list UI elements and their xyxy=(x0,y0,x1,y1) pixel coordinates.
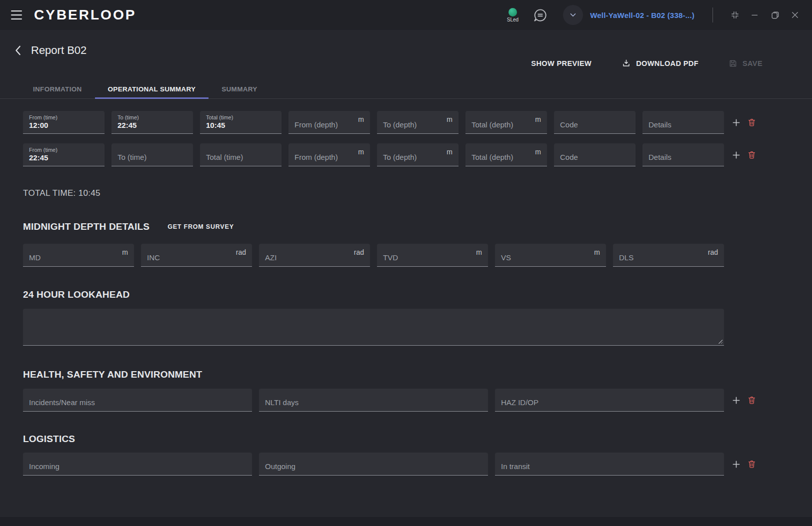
tab-operational-summary[interactable]: OPERATIONAL SUMMARY xyxy=(95,80,209,98)
in-transit-input[interactable]: In transit xyxy=(495,453,724,476)
restore-window-icon[interactable] xyxy=(765,5,785,25)
status-led-label: SLed xyxy=(507,17,518,22)
compress-window-icon[interactable] xyxy=(725,5,745,25)
hse-row: Incidents/Near miss NLTI days HAZ ID/OP xyxy=(23,389,789,412)
get-from-survey-button[interactable]: GET FROM SURVEY xyxy=(168,223,234,230)
azi-input[interactable]: rad AZI xyxy=(259,244,370,267)
chevron-down-icon[interactable] xyxy=(563,5,583,25)
page-title: Report B02 xyxy=(31,44,86,57)
inc-input[interactable]: rad INC xyxy=(141,244,252,267)
incoming-input[interactable]: Incoming xyxy=(23,453,252,476)
add-row-button[interactable] xyxy=(731,395,742,406)
dls-input[interactable]: rad DLS xyxy=(613,244,724,267)
well-selector-label: Well-YaWell-02 - B02 (338-...) xyxy=(590,11,694,19)
close-window-icon[interactable] xyxy=(785,5,805,25)
total-time-input[interactable]: Total (time) xyxy=(200,143,282,166)
show-preview-button[interactable]: SHOW PREVIEW xyxy=(531,59,592,67)
from-depth-input[interactable]: m From (depth) xyxy=(288,143,370,166)
add-row-button[interactable] xyxy=(731,150,742,160)
from-time-input[interactable]: From (time) 12:00 xyxy=(23,111,104,134)
window-bottom-edge xyxy=(0,517,812,526)
delete-row-button[interactable] xyxy=(747,150,756,160)
outgoing-input[interactable]: Outgoing xyxy=(259,453,488,476)
add-row-button[interactable] xyxy=(731,459,742,470)
chat-icon[interactable] xyxy=(532,7,548,23)
hamburger-menu-icon[interactable] xyxy=(11,10,24,19)
lookahead-heading: 24 HOUR LOOKAHEAD xyxy=(23,289,789,300)
total-depth-input[interactable]: m Total (depth) xyxy=(466,143,547,166)
midnight-depth-heading: MIDNIGHT DEPTH DETAILS xyxy=(23,221,150,232)
tab-summary[interactable]: SUMMARY xyxy=(208,80,270,98)
vs-input[interactable]: m VS xyxy=(495,244,606,267)
status-led: SLed xyxy=(507,8,518,22)
add-row-button[interactable] xyxy=(731,117,742,128)
app-logo: CYBERLOOP xyxy=(34,7,136,23)
well-selector-dropdown[interactable]: Well-YaWell-02 - B02 (338-...) xyxy=(563,5,694,25)
save-button[interactable]: SAVE xyxy=(728,59,762,68)
tab-information[interactable]: INFORMATION xyxy=(20,80,95,98)
save-icon xyxy=(728,59,738,68)
download-icon xyxy=(622,58,631,68)
logistics-row: Incoming Outgoing In transit xyxy=(23,453,789,476)
to-depth-input[interactable]: m To (depth) xyxy=(377,111,458,134)
tvd-input[interactable]: m TVD xyxy=(377,244,488,267)
midnight-depth-row: m MD rad INC rad AZI m TVD m VS rad DLS xyxy=(23,244,789,267)
operations-row-1: From (time) 12:00 To (time) 22:45 Total … xyxy=(23,111,789,134)
download-pdf-button[interactable]: DOWNLOAD PDF xyxy=(622,58,698,68)
delete-row-button[interactable] xyxy=(747,459,756,469)
md-input[interactable]: m MD xyxy=(23,244,134,267)
code-input[interactable]: Code xyxy=(554,111,636,134)
total-depth-input[interactable]: m Total (depth) xyxy=(466,111,547,134)
code-input[interactable]: Code xyxy=(554,143,636,166)
minimize-window-icon[interactable] xyxy=(745,5,765,25)
to-depth-input[interactable]: m To (depth) xyxy=(377,143,458,166)
from-depth-input[interactable]: m From (depth) xyxy=(288,111,370,134)
to-time-input[interactable]: To (time) xyxy=(112,143,193,166)
delete-row-button[interactable] xyxy=(747,395,756,405)
tab-bar: INFORMATION OPERATIONAL SUMMARY SUMMARY xyxy=(0,80,812,99)
details-input[interactable]: Details xyxy=(642,143,724,166)
page-header: Report B02 SHOW PREVIEW DOWNLOAD PDF SAV… xyxy=(0,30,812,80)
operations-row-2: From (time) 22:45 To (time) Total (time)… xyxy=(23,143,789,166)
to-time-input[interactable]: To (time) 22:45 xyxy=(112,111,193,134)
led-green-icon xyxy=(508,8,517,16)
total-time-summary: TOTAL TIME: 10:45 xyxy=(23,188,789,198)
haz-id-op-input[interactable]: HAZ ID/OP xyxy=(495,389,724,412)
hse-heading: HEALTH, SAFETY AND ENVIRONMENT xyxy=(23,369,789,380)
details-input[interactable]: Details xyxy=(642,111,724,134)
back-button[interactable] xyxy=(13,44,24,57)
top-bar: CYBERLOOP SLed Well-YaWell-02 - B02 (338… xyxy=(0,0,812,30)
incidents-input[interactable]: Incidents/Near miss xyxy=(23,389,252,412)
from-time-input[interactable]: From (time) 22:45 xyxy=(23,143,104,166)
logistics-heading: LOGISTICS xyxy=(23,434,789,445)
topbar-divider xyxy=(712,7,713,22)
delete-row-button[interactable] xyxy=(747,117,756,127)
nlti-days-input[interactable]: NLTI days xyxy=(259,389,488,412)
lookahead-textarea[interactable] xyxy=(23,309,724,346)
total-time-input[interactable]: Total (time) 10:45 xyxy=(200,111,282,134)
